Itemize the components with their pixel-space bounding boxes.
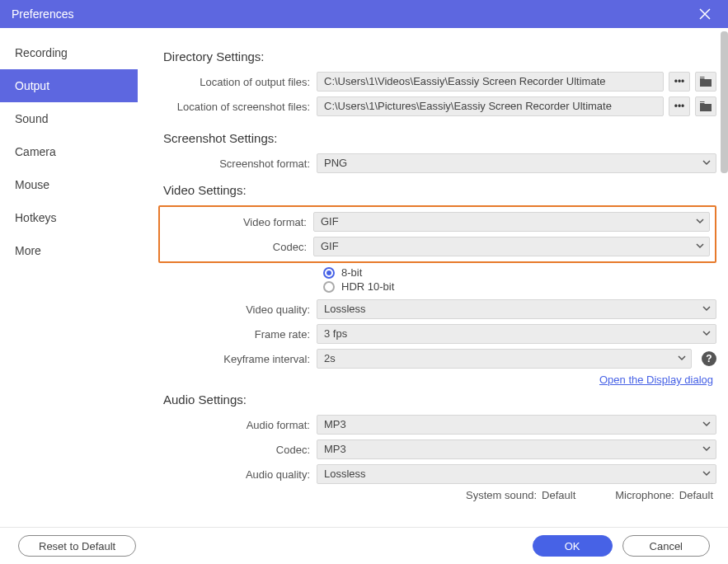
keyframe-label: Keyframe interval: (163, 353, 317, 365)
folder-icon (700, 101, 712, 111)
video-format-label: Video format: (165, 216, 313, 228)
close-icon (699, 8, 711, 20)
chevron-down-icon (677, 353, 687, 365)
chevron-down-icon (702, 157, 712, 170)
screenshot-format-value: PNG (324, 154, 347, 172)
system-sound-label: System sound: (466, 489, 537, 501)
audio-format-value: MP3 (324, 416, 346, 434)
directory-section-title: Directory Settings: (163, 49, 716, 63)
video-codec-label: Codec: (165, 241, 313, 253)
screenshot-location-input[interactable]: C:\Users\1\Pictures\Eassiy\Eassiy Screen… (317, 96, 664, 116)
video-quality-dropdown[interactable]: Lossless (317, 299, 716, 319)
output-location-open-folder-button[interactable] (695, 72, 716, 92)
window-title: Preferences (12, 7, 693, 21)
keyframe-value: 2s (324, 350, 336, 368)
microphone-value: Default (679, 489, 713, 501)
screenshot-location-more-button[interactable]: ••• (669, 96, 690, 116)
audio-quality-value: Lossless (324, 465, 366, 483)
sidebar-item-camera[interactable]: Camera (0, 135, 138, 168)
sidebar-item-sound[interactable]: Sound (0, 102, 138, 135)
frame-rate-label: Frame rate: (163, 328, 317, 341)
sidebar-item-recording[interactable]: Recording (0, 36, 138, 69)
frame-rate-dropdown[interactable]: 3 fps (317, 324, 716, 344)
screenshot-format-row: Screenshot format: PNG (163, 153, 716, 173)
ok-button[interactable]: OK (533, 535, 613, 557)
close-button[interactable] (693, 2, 716, 26)
footer: Reset to Default OK Cancel (0, 527, 728, 564)
video-codec-dropdown[interactable]: GIF (313, 237, 710, 256)
open-display-dialog-link[interactable]: Open the Display dialog (599, 374, 713, 386)
audio-codec-label: Codec: (163, 444, 317, 456)
frame-rate-value: 3 fps (324, 325, 347, 343)
audio-codec-dropdown[interactable]: MP3 (317, 439, 716, 459)
sidebar-item-more[interactable]: More (0, 234, 138, 267)
sidebar-item-mouse[interactable]: Mouse (0, 168, 138, 201)
screenshot-location-open-folder-button[interactable] (695, 96, 716, 116)
screenshot-format-dropdown[interactable]: PNG (317, 153, 716, 173)
video-quality-row: Video quality: Lossless (163, 299, 716, 319)
video-quality-label: Video quality: (163, 303, 317, 316)
audio-device-status: System sound: Default Microphone: Defaul… (163, 489, 716, 501)
video-section-title: Video Settings: (163, 183, 716, 197)
video-format-value: GIF (321, 213, 339, 231)
bit-depth-hdr-row[interactable]: HDR 10-bit (323, 280, 716, 293)
chevron-down-icon (702, 303, 712, 316)
ellipsis-icon: ••• (674, 101, 685, 112)
sidebar: Recording Output Sound Camera Mouse Hotk… (0, 28, 139, 527)
main-panel: Directory Settings: Location of output f… (139, 28, 728, 527)
video-codec-value: GIF (321, 237, 339, 256)
radio-8bit[interactable] (323, 267, 335, 279)
chevron-down-icon (702, 444, 712, 456)
video-codec-row: Codec: GIF (165, 237, 710, 256)
output-location-input[interactable]: C:\Users\1\Videos\Eassiy\Eassiy Screen R… (317, 72, 664, 92)
audio-codec-value: MP3 (324, 440, 346, 458)
ellipsis-icon: ••• (674, 76, 685, 87)
system-sound-value: Default (542, 489, 575, 501)
screenshot-section-title: Screenshot Settings: (163, 131, 716, 145)
audio-quality-row: Audio quality: Lossless (163, 464, 716, 484)
screenshot-location-label: Location of screenshot files: (163, 101, 317, 113)
sidebar-item-hotkeys[interactable]: Hotkeys (0, 201, 138, 234)
output-location-more-button[interactable]: ••• (669, 72, 690, 92)
scrollbar[interactable] (721, 28, 728, 527)
keyframe-help-button[interactable]: ? (702, 351, 716, 366)
audio-quality-dropdown[interactable]: Lossless (317, 464, 716, 484)
scrollbar-thumb[interactable] (721, 31, 728, 173)
question-icon: ? (706, 353, 712, 364)
display-link-row: Open the Display dialog (163, 374, 716, 386)
chevron-down-icon (702, 468, 712, 481)
radio-hdr10[interactable] (323, 281, 335, 293)
bit-depth-8bit-row[interactable]: 8-bit (323, 266, 716, 279)
radio-hdr10-label: HDR 10-bit (341, 280, 394, 293)
audio-quality-label: Audio quality: (163, 468, 317, 481)
output-location-label: Location of output files: (163, 76, 317, 88)
video-quality-value: Lossless (324, 300, 366, 318)
audio-format-label: Audio format: (163, 419, 317, 431)
audio-format-dropdown[interactable]: MP3 (317, 415, 716, 435)
reset-to-default-button[interactable]: Reset to Default (18, 535, 136, 557)
keyframe-dropdown[interactable]: 2s (317, 349, 692, 369)
sidebar-item-output[interactable]: Output (0, 69, 138, 102)
screenshot-format-label: Screenshot format: (163, 157, 317, 170)
keyframe-row: Keyframe interval: 2s ? (163, 349, 716, 369)
chevron-down-icon (695, 216, 705, 228)
output-location-row: Location of output files: C:\Users\1\Vid… (163, 72, 716, 92)
screenshot-location-row: Location of screenshot files: C:\Users\1… (163, 96, 716, 116)
radio-8bit-label: 8-bit (341, 266, 362, 279)
frame-rate-row: Frame rate: 3 fps (163, 324, 716, 344)
audio-format-row: Audio format: MP3 (163, 415, 716, 435)
folder-icon (700, 77, 712, 87)
video-codec-highlight: Video format: GIF Codec: GIF (158, 205, 716, 263)
chevron-down-icon (702, 419, 712, 431)
titlebar: Preferences (0, 0, 728, 28)
audio-section-title: Audio Settings: (163, 392, 716, 407)
audio-codec-row: Codec: MP3 (163, 439, 716, 459)
video-format-dropdown[interactable]: GIF (313, 212, 710, 232)
chevron-down-icon (695, 241, 705, 253)
video-format-row: Video format: GIF (165, 212, 710, 232)
cancel-button[interactable]: Cancel (622, 535, 710, 557)
microphone-label: Microphone: (615, 489, 674, 501)
chevron-down-icon (702, 328, 712, 341)
